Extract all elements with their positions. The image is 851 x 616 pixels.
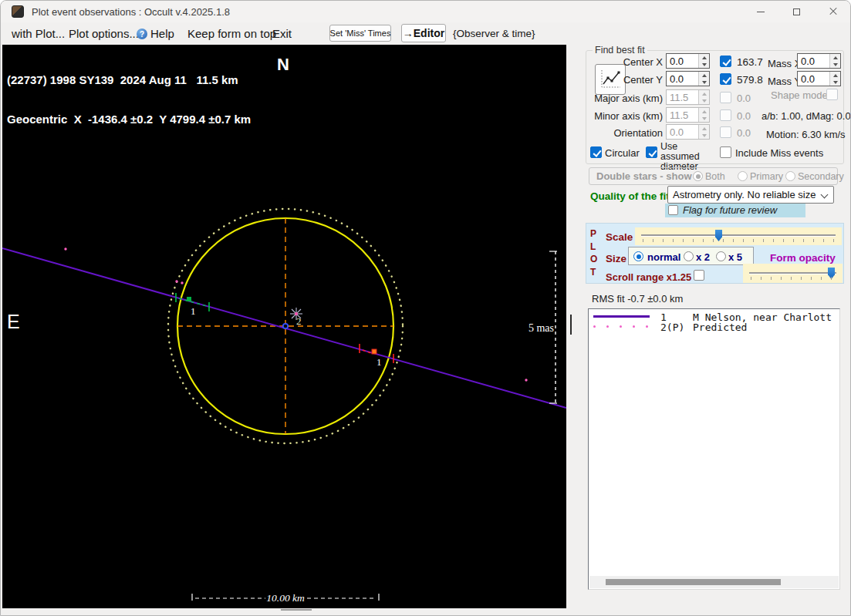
maximize-button[interactable]: [778, 1, 814, 22]
major-axis-spinner[interactable]: 11.5: [666, 89, 710, 105]
titlebar: Plot event observations : Occult v.4.202…: [1, 1, 850, 22]
center-x-spinner[interactable]: 0.0: [666, 53, 710, 69]
minimize-button[interactable]: [743, 1, 778, 22]
include-miss-events-checkbox[interactable]: [720, 146, 731, 158]
form-opacity-label: Form opacity: [770, 252, 836, 264]
mas-scale-label: 5 mas: [528, 322, 554, 334]
close-button[interactable]: [816, 1, 851, 22]
orientation-fit-value: 0.0: [737, 127, 751, 139]
scroll-range-label: Scroll range x1.25: [606, 271, 691, 283]
center-y-fit-value: 579.8: [737, 74, 763, 86]
size-x2-label: x 2: [696, 251, 710, 263]
double-stars-secondary-label: Secondary: [798, 171, 844, 182]
shape-model-checkbox: [826, 89, 838, 100]
east-label: E: [7, 311, 20, 333]
predicted-legend-dot: [593, 325, 596, 328]
chord-legend-swatch: [593, 315, 650, 318]
minor-axis-label: Minor axis (km): [592, 110, 663, 122]
quality-value: Astrometry only. No reliable size: [673, 189, 816, 200]
fit-minor-axis-checkbox: [720, 109, 731, 121]
observer-time-label: {Observer & time}: [453, 28, 535, 39]
listbox-hscrollbar[interactable]: [589, 576, 839, 588]
double-stars-primary-radio: [738, 171, 748, 181]
legend-row2-name: Predicted: [693, 321, 747, 333]
shape-model-label: Shape model: [771, 89, 830, 101]
find-best-fit-legend: Find best fit: [593, 45, 647, 56]
center-y-label: Center Y: [616, 74, 663, 86]
menu-with-plot[interactable]: with Plot...: [12, 27, 65, 40]
plot-canvas[interactable]: 2 1 1: [2, 45, 566, 608]
menu-exit[interactable]: Exit: [272, 27, 292, 40]
scale-label: Scale: [606, 231, 633, 243]
fit-orientation-checkbox: [720, 126, 731, 138]
set-miss-times-button[interactable]: Set 'Miss' Times: [329, 25, 391, 42]
scroll-range-checkbox[interactable]: [694, 270, 704, 281]
fit-center-x-checkbox[interactable]: [720, 56, 731, 67]
center-x-label: Center X: [616, 56, 663, 68]
maximize-icon: [793, 8, 800, 15]
flag-review-checkbox[interactable]: [668, 205, 678, 215]
legend-row2-num: 2(P): [660, 321, 684, 333]
mass-x-spinner[interactable]: 0.0: [797, 53, 841, 69]
orientation-label: Orientation: [592, 127, 663, 139]
mass-y-label: Mass Y: [768, 76, 801, 87]
size-label: Size: [606, 253, 626, 264]
menu-help[interactable]: Help: [150, 27, 174, 40]
mass-y-spinner[interactable]: 0.0: [797, 71, 841, 86]
editor-button[interactable]: →Editor: [401, 24, 446, 42]
motion-label: Motion: 6.30 km/s: [766, 129, 846, 140]
use-assumed-diameter-checkbox[interactable]: [646, 146, 657, 158]
close-icon: [829, 7, 838, 16]
double-stars-secondary-radio: [785, 171, 795, 181]
menu-keep-on-top[interactable]: Keep form on top: [187, 27, 276, 40]
fit-major-axis-checkbox: [720, 92, 731, 103]
size-normal-radio[interactable]: [633, 251, 643, 261]
scale-slider[interactable]: [635, 227, 842, 245]
minor-axis-fit-value: 0.0: [737, 110, 751, 122]
menu-plot-options[interactable]: Plot options...: [69, 27, 139, 40]
minimize-icon: [757, 12, 765, 12]
help-icon[interactable]: ?: [137, 29, 147, 39]
circular-checkbox[interactable]: [590, 146, 602, 158]
include-miss-events-label: Include Miss events: [735, 147, 823, 159]
size-normal-label: normal: [647, 251, 680, 263]
double-stars-primary-label: Primary: [750, 171, 783, 182]
center-x-fit-value: 163.7: [737, 56, 763, 68]
size-radio-group: normal x 2 x 5: [628, 247, 754, 265]
center-x-up-icon[interactable]: [699, 54, 709, 61]
form-opacity-slider[interactable]: [743, 264, 843, 283]
size-x2-radio[interactable]: [684, 251, 694, 261]
mass-x-label: Mass X: [768, 58, 801, 69]
chevron-down-icon: [821, 191, 829, 199]
orientation-spinner[interactable]: 0.0: [666, 124, 710, 140]
fit-center-y-checkbox[interactable]: [720, 73, 731, 85]
rms-fit-label: RMS fit -0.7 ±0.0 km: [592, 293, 683, 305]
flag-review-wrap: Flag for future review: [665, 204, 805, 217]
double-stars-both-label: Both: [705, 171, 725, 182]
chord-label-right: 1: [377, 356, 382, 368]
reappearance-markers: 1: [360, 344, 393, 368]
plot-header-line1: (22737) 1998 SY139 2024 Aug 11 11.5 km: [7, 73, 251, 86]
window-title: Plot event observations : Occult v.4.202…: [32, 6, 230, 18]
ab-dmag-label: a/b: 1.00, dMag: 0.00: [762, 110, 851, 122]
splitter-handle[interactable]: [570, 315, 572, 335]
menubar: with Plot... Plot options... ? Help Keep…: [1, 22, 850, 45]
center-x-down-icon[interactable]: [699, 61, 709, 68]
plot-header: (22737) 1998 SY139 2024 Aug 11 11.5 km G…: [7, 47, 251, 152]
plot-mini-scrollbar[interactable]: [281, 609, 312, 611]
center-y-spinner[interactable]: 0.0: [666, 71, 710, 86]
north-label: N: [277, 55, 289, 75]
quality-combobox[interactable]: Astrometry only. No reliable size: [667, 186, 834, 204]
size-x5-label: x 5: [728, 251, 742, 263]
flag-review-label: Flag for future review: [683, 204, 777, 216]
app-icon: [12, 5, 24, 18]
predicted-label: 2: [296, 315, 302, 327]
listbox-hscrollbar-thumb[interactable]: [606, 579, 781, 585]
predicted-star-marker: 2: [290, 308, 302, 327]
minor-axis-spinner[interactable]: 11.5: [666, 107, 710, 123]
size-x5-radio[interactable]: [716, 251, 726, 261]
plot-vertical-label: PLOT: [590, 227, 599, 278]
chord-label-left: 1: [191, 305, 196, 317]
observations-listbox[interactable]: 1 M Nelson, near Charlott 2(P) Predicted: [588, 308, 840, 590]
plot-header-line2: Geocentric X -1436.4 ±0.2 Y 4799.4 ±0.7 …: [7, 113, 251, 126]
